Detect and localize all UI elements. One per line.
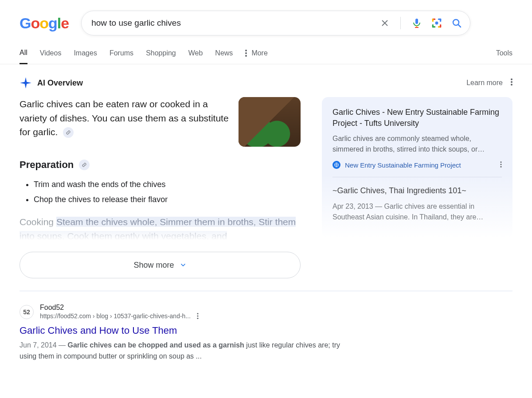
source-title: ~Garlic Chives, Thai Ingredients 101~: [332, 185, 502, 196]
tab-shopping[interactable]: Shopping: [146, 49, 176, 63]
link-chip-icon[interactable]: [63, 127, 74, 138]
ai-thumbnail[interactable]: [239, 97, 301, 147]
globe-icon: [332, 161, 340, 169]
svg-point-7: [511, 81, 512, 83]
divider: [400, 17, 401, 29]
ai-overview-label: AI Overview: [37, 78, 83, 88]
tab-forums[interactable]: Forums: [110, 49, 133, 63]
result-url: https://food52.com › blog › 10537-garlic…: [40, 312, 191, 320]
svg-point-5: [245, 55, 247, 57]
result-site-name: Food52: [40, 304, 199, 312]
source-overflow-menu[interactable]: [500, 161, 502, 169]
ai-sources-panel: Garlic Chives - New Entry Sustainable Fa…: [322, 97, 512, 238]
tab-more-label: More: [251, 49, 267, 57]
source-card[interactable]: ~Garlic Chives, Thai Ingredients 101~ Ap…: [332, 185, 502, 230]
svg-point-1: [435, 22, 438, 25]
source-snippet: Garlic chives are commonly steamed whole…: [332, 133, 502, 155]
tab-images[interactable]: Images: [74, 49, 97, 63]
fade-overlay: [15, 222, 305, 245]
svg-point-15: [197, 318, 198, 319]
search-box[interactable]: [81, 11, 470, 35]
result-title-link[interactable]: Garlic Chives and How to Use Them: [20, 325, 356, 336]
vertical-dots-icon: [245, 50, 247, 57]
tab-web[interactable]: Web: [188, 49, 203, 63]
result-overflow-menu[interactable]: [197, 313, 199, 320]
search-icon[interactable]: [451, 18, 462, 28]
svg-point-14: [197, 316, 198, 317]
ai-intro-text: Garlic chives can be eaten raw or cooked…: [20, 99, 229, 137]
prep-step: Chop the chives to release their flavor: [34, 192, 301, 207]
svg-point-13: [197, 313, 198, 314]
search-input[interactable]: [91, 18, 380, 28]
svg-point-10: [500, 161, 501, 163]
tabs-row: All Videos Images Forums Shopping Web Ne…: [0, 49, 532, 64]
source-card[interactable]: Garlic Chives - New Entry Sustainable Fa…: [332, 107, 502, 177]
svg-point-3: [245, 50, 247, 51]
result-favicon: 52: [20, 305, 34, 319]
chevron-down-icon: [180, 261, 187, 269]
source-title: Garlic Chives - New Entry Sustainable Fa…: [332, 107, 502, 129]
google-logo[interactable]: Google: [20, 16, 69, 31]
link-chip-icon[interactable]: [79, 160, 90, 170]
show-more-button[interactable]: Show more: [20, 252, 301, 278]
svg-point-6: [511, 78, 512, 80]
prep-step: Trim and wash the ends of the chives: [34, 177, 301, 192]
tab-videos[interactable]: Videos: [40, 49, 62, 63]
divider: [20, 291, 512, 291]
svg-point-4: [245, 52, 247, 54]
result-snippet: Jun 7, 2014 — Garlic chives can be chopp…: [20, 340, 356, 362]
tools-button[interactable]: Tools: [496, 49, 512, 63]
clear-icon[interactable]: [380, 18, 390, 28]
svg-point-8: [511, 84, 512, 86]
tab-news[interactable]: News: [215, 49, 233, 63]
preparation-heading: Preparation: [20, 159, 74, 171]
show-more-label: Show more: [133, 261, 174, 270]
source-snippet: Apr 23, 2013 — Garlic chives are essenti…: [332, 201, 502, 222]
learn-more-link[interactable]: Learn more: [466, 79, 503, 87]
svg-rect-0: [415, 19, 418, 24]
ai-overflow-menu[interactable]: [511, 78, 512, 87]
tab-more[interactable]: More: [245, 49, 267, 63]
source-site: New Entry Sustainable Farming Project: [345, 161, 461, 169]
svg-point-11: [500, 164, 501, 165]
sparkle-icon: [20, 77, 32, 89]
search-result: 52 Food52 https://food52.com › blog › 10…: [20, 304, 356, 362]
svg-point-12: [500, 166, 501, 168]
mic-icon[interactable]: [411, 18, 422, 28]
tab-all[interactable]: All: [20, 49, 27, 64]
lens-icon[interactable]: [431, 17, 442, 29]
